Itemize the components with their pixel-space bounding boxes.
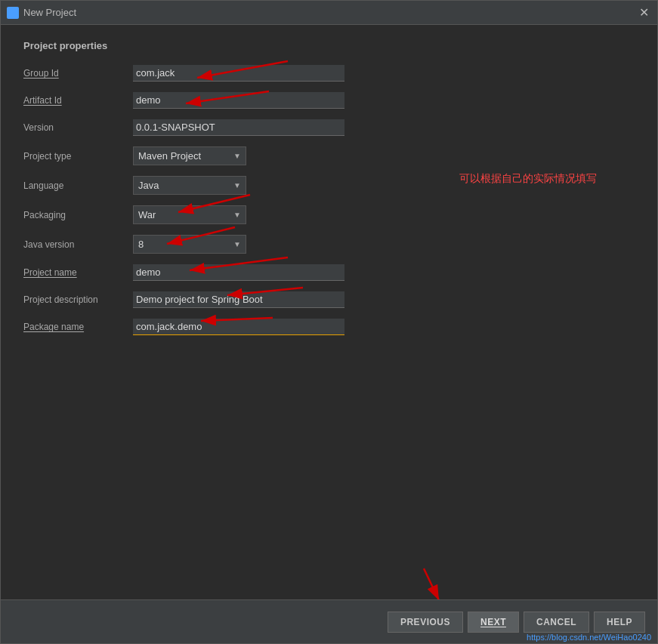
cancel-button[interactable]: CANCEL xyxy=(524,612,589,633)
language-label: Language xyxy=(23,180,133,191)
artifact-id-label: Artifact Id xyxy=(23,95,133,106)
package-name-row: Package name xyxy=(23,319,635,335)
help-button[interactable]: HELP xyxy=(594,612,645,633)
packaging-row: Packaging Jar War ▼ xyxy=(23,205,635,224)
packaging-select-wrapper: Jar War ▼ xyxy=(133,205,246,224)
project-description-input[interactable] xyxy=(133,291,344,308)
project-description-label: Project description xyxy=(23,294,133,305)
new-project-dialog: New Project ✕ Project properties Group I… xyxy=(0,0,658,644)
group-id-row: Group Id xyxy=(23,65,635,82)
version-label: Version xyxy=(23,122,133,133)
packaging-arrow-icon: ▼ xyxy=(229,211,246,219)
project-name-input[interactable] xyxy=(133,264,344,281)
title-bar: New Project ✕ xyxy=(1,1,657,25)
language-select-wrapper: Java Kotlin Groovy ▼ xyxy=(133,176,246,195)
packaging-select[interactable]: Jar War xyxy=(134,206,229,223)
project-type-select-wrapper: Maven Project Gradle Project ▼ xyxy=(133,146,246,165)
java-version-select-wrapper: 8 11 17 21 ▼ xyxy=(133,235,246,254)
title-bar-left: New Project xyxy=(7,7,76,19)
java-version-row: Java version 8 11 17 21 ▼ xyxy=(23,235,635,254)
project-description-row: Project description xyxy=(23,291,635,308)
dialog-content: Project properties Group Id Artifact Id … xyxy=(1,25,657,599)
project-type-arrow-icon: ▼ xyxy=(229,152,246,160)
next-button[interactable]: NEXT xyxy=(468,612,519,633)
artifact-id-row: Artifact Id xyxy=(23,92,635,109)
version-input[interactable] xyxy=(133,119,344,136)
project-name-label: Project name xyxy=(23,267,133,278)
previous-button[interactable]: PREVIOUS xyxy=(388,612,463,633)
java-version-label: Java version xyxy=(23,239,133,250)
java-version-select[interactable]: 8 11 17 21 xyxy=(134,236,229,253)
bottom-bar: PREVIOUS NEXT CANCEL HELP https://blog.c… xyxy=(1,599,657,643)
language-select[interactable]: Java Kotlin Groovy xyxy=(134,177,229,194)
svg-line-10 xyxy=(424,569,439,599)
section-title: Project properties xyxy=(23,40,635,51)
project-type-label: Project type xyxy=(23,151,133,162)
project-name-row: Project name xyxy=(23,264,635,281)
arrows-overlay xyxy=(1,25,657,599)
group-id-label: Group Id xyxy=(23,68,133,79)
language-arrow-icon: ▼ xyxy=(229,181,246,190)
close-button[interactable]: ✕ xyxy=(636,5,651,20)
package-name-input[interactable] xyxy=(133,319,344,335)
footer-url: https://blog.csdn.net/WeiHao0240 xyxy=(527,633,651,642)
package-name-label: Package name xyxy=(23,322,133,332)
java-version-arrow-icon: ▼ xyxy=(229,240,246,248)
group-id-input[interactable] xyxy=(133,65,344,82)
dialog-title: New Project xyxy=(23,7,76,18)
app-icon xyxy=(7,7,19,19)
project-type-row: Project type Maven Project Gradle Projec… xyxy=(23,146,635,165)
project-type-select[interactable]: Maven Project Gradle Project xyxy=(134,147,229,165)
artifact-id-input[interactable] xyxy=(133,92,344,109)
packaging-label: Packaging xyxy=(23,210,133,220)
annotation-text: 可以根据自己的实际情况填写 xyxy=(459,172,597,186)
svg-rect-0 xyxy=(8,8,17,17)
version-row: Version xyxy=(23,119,635,136)
